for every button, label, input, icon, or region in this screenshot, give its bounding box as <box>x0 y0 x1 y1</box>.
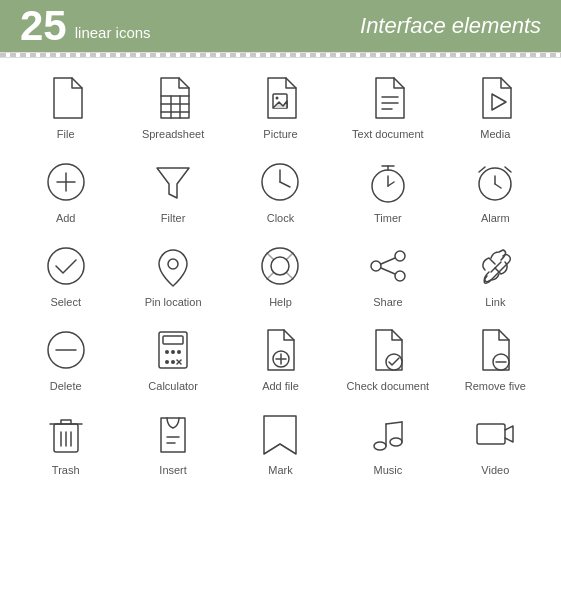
share-label: Share <box>373 296 402 308</box>
media-label: Media <box>480 128 510 140</box>
file-icon <box>40 72 92 124</box>
svg-marker-66 <box>264 416 296 454</box>
help-icon <box>254 240 306 292</box>
svg-line-26 <box>479 167 485 172</box>
music-icon <box>362 408 414 460</box>
icon-cell-link: Link <box>442 234 549 314</box>
svg-line-27 <box>505 167 511 172</box>
picture-icon <box>254 72 306 124</box>
svg-line-71 <box>386 422 402 424</box>
icon-cell-timer: Timer <box>334 150 441 230</box>
icon-cell-add-file: Add file <box>227 318 334 398</box>
mark-icon <box>254 408 306 460</box>
filter-label: Filter <box>161 212 185 224</box>
icon-cell-trash: Trash <box>12 402 119 482</box>
check-document-label: Check document <box>347 380 430 392</box>
header-title: Interface elements <box>360 13 541 39</box>
svg-point-51 <box>165 360 169 364</box>
svg-marker-10 <box>492 94 506 110</box>
icon-cell-remove-five: Remove five <box>442 318 549 398</box>
clock-label: Clock <box>267 212 295 224</box>
header-number: 25 <box>20 5 67 47</box>
icon-cell-check-document: Check document <box>334 318 441 398</box>
check-document-icon <box>362 324 414 376</box>
svg-point-28 <box>48 248 84 284</box>
alarm-label: Alarm <box>481 212 510 224</box>
select-label: Select <box>50 296 81 308</box>
svg-line-41 <box>381 268 395 274</box>
calculator-icon <box>147 324 199 376</box>
insert-label: Insert <box>159 464 187 476</box>
svg-point-48 <box>177 350 181 354</box>
help-label: Help <box>269 296 292 308</box>
pin-location-label: Pin location <box>145 296 202 308</box>
video-label: Video <box>481 464 509 476</box>
add-label: Add <box>56 212 76 224</box>
svg-point-68 <box>390 438 402 446</box>
svg-point-38 <box>371 261 381 271</box>
icon-cell-text-document: Text document <box>334 66 441 146</box>
icon-cell-media: Media <box>442 66 549 146</box>
delete-label: Delete <box>50 380 82 392</box>
icon-cell-mark: Mark <box>227 402 334 482</box>
header-subtitle: linear icons <box>75 24 151 41</box>
svg-line-34 <box>287 253 293 259</box>
calculator-label: Calculator <box>148 380 198 392</box>
icon-cell-music: Music <box>334 402 441 482</box>
svg-rect-45 <box>163 336 183 344</box>
svg-point-37 <box>395 251 405 261</box>
svg-point-46 <box>165 350 169 354</box>
svg-line-25 <box>495 184 501 188</box>
add-icon <box>40 156 92 208</box>
filter-icon <box>147 156 199 208</box>
svg-point-6 <box>276 97 279 100</box>
icon-cell-picture: Picture <box>227 66 334 146</box>
icon-cell-alarm: Alarm <box>442 150 549 230</box>
spreadsheet-icon <box>147 72 199 124</box>
svg-line-33 <box>267 253 273 259</box>
trash-label: Trash <box>52 464 80 476</box>
icon-cell-calculator: Calculator <box>119 318 226 398</box>
icon-cell-add: Add <box>12 150 119 230</box>
icon-cell-spreadsheet: Spreadsheet <box>119 66 226 146</box>
svg-line-40 <box>381 258 395 264</box>
timer-label: Timer <box>374 212 402 224</box>
picture-label: Picture <box>263 128 297 140</box>
icon-cell-filter: Filter <box>119 150 226 230</box>
timer-icon <box>362 156 414 208</box>
icon-cell-insert: Insert <box>119 402 226 482</box>
svg-point-47 <box>171 350 175 354</box>
file-label: File <box>57 128 75 140</box>
icon-cell-help: Help <box>227 234 334 314</box>
music-label: Music <box>374 464 403 476</box>
clock-icon <box>254 156 306 208</box>
svg-point-32 <box>271 257 289 275</box>
svg-line-22 <box>388 182 394 186</box>
media-icon <box>469 72 521 124</box>
icon-cell-select: Select <box>12 234 119 314</box>
mark-label: Mark <box>268 464 292 476</box>
share-icon <box>362 240 414 292</box>
svg-line-36 <box>287 273 293 279</box>
remove-five-label: Remove five <box>465 380 526 392</box>
svg-line-17 <box>280 182 290 187</box>
alarm-icon <box>469 156 521 208</box>
pin-location-icon <box>147 240 199 292</box>
svg-point-52 <box>171 360 175 364</box>
svg-marker-14 <box>157 168 189 198</box>
svg-point-29 <box>168 259 178 269</box>
icon-cell-clock: Clock <box>227 150 334 230</box>
icon-cell-share: Share <box>334 234 441 314</box>
icon-cell-video: Video <box>442 402 549 482</box>
icon-cell-file: File <box>12 66 119 146</box>
link-icon <box>469 240 521 292</box>
icon-cell-pin-location: Pin location <box>119 234 226 314</box>
svg-rect-72 <box>477 424 505 444</box>
delete-icon <box>40 324 92 376</box>
spreadsheet-label: Spreadsheet <box>142 128 204 140</box>
trash-icon <box>40 408 92 460</box>
link-label: Link <box>485 296 505 308</box>
svg-point-39 <box>395 271 405 281</box>
svg-line-35 <box>267 273 273 279</box>
add-file-label: Add file <box>262 380 299 392</box>
